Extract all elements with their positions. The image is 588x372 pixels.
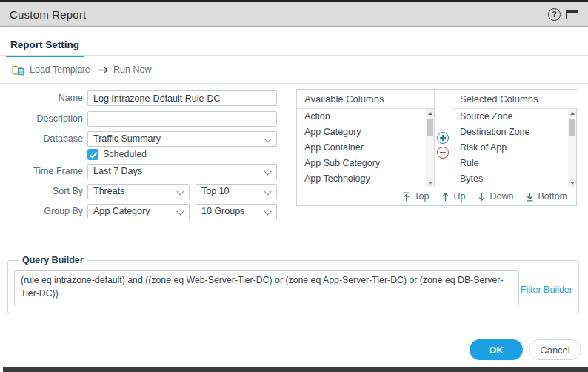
description-label: Description bbox=[0, 111, 83, 127]
sort-by-top-select[interactable]: Top 10 bbox=[196, 184, 277, 199]
chevron-down-icon bbox=[264, 136, 272, 143]
available-column-item[interactable]: App Sub Category bbox=[297, 156, 426, 171]
ok-button[interactable]: OK bbox=[470, 339, 523, 360]
selected-column-item[interactable]: Risk of App bbox=[452, 140, 569, 156]
help-icon[interactable]: ? bbox=[548, 8, 561, 21]
group-by-value: App Category bbox=[93, 206, 150, 216]
add-column-icon[interactable] bbox=[437, 132, 449, 144]
group-by-groups-value: 10 Groups bbox=[201, 206, 244, 216]
scrollbar-thumb[interactable] bbox=[427, 119, 433, 136]
selected-column-item[interactable]: Source Zone bbox=[452, 109, 569, 124]
chevron-down-icon bbox=[264, 188, 272, 196]
move-buttons-bar: Top Up Down Bottom bbox=[297, 187, 576, 205]
move-down-button[interactable]: Down bbox=[478, 191, 513, 202]
scroll-up-icon[interactable] bbox=[426, 109, 434, 117]
selected-columns-header: Selected Columns bbox=[452, 90, 578, 109]
scroll-down-icon[interactable] bbox=[568, 179, 576, 187]
selected-column-item[interactable]: Destination Zone bbox=[452, 124, 569, 140]
arrow-to-bottom-icon bbox=[526, 192, 534, 202]
sort-by-select[interactable]: Threats bbox=[87, 184, 190, 199]
time-frame-value: Last 7 Days bbox=[93, 166, 142, 176]
move-up-label: Up bbox=[453, 191, 465, 202]
time-frame-label: Time Frame bbox=[0, 164, 83, 179]
move-up-button[interactable]: Up bbox=[441, 191, 465, 202]
move-bottom-button[interactable]: Bottom bbox=[526, 191, 567, 202]
window-restore-icon[interactable] bbox=[566, 10, 578, 19]
custom-report-dialog: Custom Report ? Report Setting Load Temp… bbox=[0, 0, 588, 372]
group-by-groups-select[interactable]: 10 Groups bbox=[196, 204, 277, 219]
query-builder-group: Query Builder (rule eq intrazone-default… bbox=[7, 260, 579, 313]
name-input[interactable] bbox=[87, 90, 277, 106]
available-column-item[interactable]: App Category bbox=[297, 124, 426, 140]
database-value: Traffic Summary bbox=[93, 133, 161, 144]
group-by-label: Group By bbox=[0, 204, 83, 219]
scroll-down-icon[interactable] bbox=[426, 179, 434, 187]
chevron-down-icon bbox=[264, 168, 272, 176]
columns-picker: Available Columns ActionApp CategoryApp … bbox=[296, 89, 577, 206]
background-page-bottom-strip bbox=[3, 367, 588, 372]
available-columns-scrollbar[interactable] bbox=[426, 109, 434, 187]
run-now-arrow-icon bbox=[97, 65, 109, 75]
arrow-down-icon bbox=[478, 192, 486, 202]
panel-divider bbox=[434, 90, 435, 187]
sort-by-label: Sort By bbox=[0, 184, 83, 199]
titlebar-icons: ? bbox=[548, 8, 578, 21]
load-template-folder-icon bbox=[12, 64, 25, 76]
move-bottom-label: Bottom bbox=[538, 191, 567, 202]
scrollbar-thumb[interactable] bbox=[569, 119, 575, 136]
move-down-label: Down bbox=[490, 191, 513, 202]
chevron-down-icon bbox=[177, 188, 184, 196]
query-builder-legend: Query Builder bbox=[19, 255, 87, 265]
time-frame-select[interactable]: Last 7 Days bbox=[87, 164, 277, 179]
scheduled-label: Scheduled bbox=[103, 149, 147, 160]
chevron-down-icon bbox=[177, 208, 184, 216]
load-template-button[interactable]: Load Template bbox=[12, 63, 90, 76]
database-label: Database bbox=[0, 131, 83, 147]
dialog-title: Custom Report bbox=[10, 8, 86, 21]
selected-columns-scrollbar[interactable] bbox=[568, 109, 576, 187]
selected-column-item[interactable]: Rule bbox=[452, 156, 569, 171]
available-columns-header: Available Columns bbox=[297, 90, 434, 109]
database-select[interactable]: Traffic Summary bbox=[87, 131, 277, 147]
available-column-item[interactable]: App Container bbox=[297, 140, 426, 156]
cancel-button[interactable]: Cancel bbox=[529, 339, 581, 360]
run-now-button[interactable]: Run Now bbox=[97, 63, 151, 76]
arrow-up-icon bbox=[441, 192, 450, 202]
sort-by-top-value: Top 10 bbox=[201, 186, 230, 196]
move-top-label: Top bbox=[414, 191, 429, 202]
name-label: Name bbox=[0, 90, 83, 106]
scroll-up-icon[interactable] bbox=[568, 109, 576, 117]
scheduled-checkbox[interactable] bbox=[87, 149, 98, 160]
available-column-item[interactable]: Action bbox=[297, 109, 426, 124]
available-columns-list: ActionApp CategoryApp ContainerApp Sub C… bbox=[297, 109, 426, 187]
filter-builder-link[interactable]: Filter Builder bbox=[521, 285, 572, 295]
available-column-item[interactable]: App Technology bbox=[297, 171, 426, 187]
tabrow-divider bbox=[0, 55, 588, 56]
remove-column-icon[interactable] bbox=[437, 147, 449, 159]
selected-columns-list: Source ZoneDestination ZoneRisk of AppRu… bbox=[452, 109, 569, 187]
run-now-label: Run Now bbox=[113, 64, 151, 75]
description-input[interactable] bbox=[87, 111, 277, 127]
chevron-down-icon bbox=[264, 208, 272, 216]
arrow-to-top-icon bbox=[402, 192, 410, 202]
load-template-label: Load Template bbox=[30, 64, 90, 75]
move-top-button[interactable]: Top bbox=[402, 191, 429, 202]
toolbar-divider bbox=[0, 83, 588, 84]
sort-by-value: Threats bbox=[93, 186, 124, 196]
dialog-titlebar: Custom Report ? bbox=[0, 2, 588, 27]
query-input[interactable]: (rule eq intrazone-default) and ((zone e… bbox=[14, 270, 519, 305]
selected-column-item[interactable]: Bytes bbox=[452, 171, 569, 187]
group-by-select[interactable]: App Category bbox=[87, 204, 190, 219]
